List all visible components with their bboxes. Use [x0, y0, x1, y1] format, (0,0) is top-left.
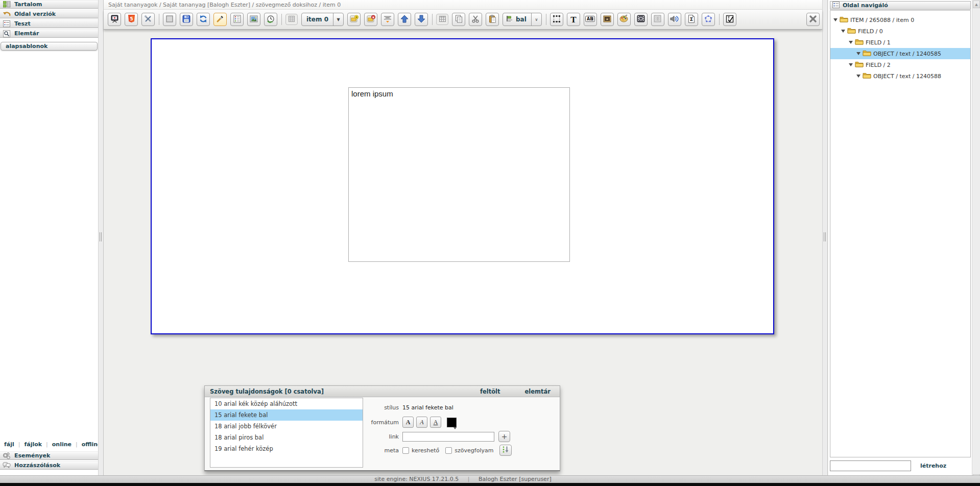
style-list-item-selected[interactable]: 15 arial fekete bal [210, 409, 363, 421]
expand-triangle-icon[interactable] [841, 30, 845, 33]
splitter-grip [100, 232, 103, 241]
insert-text-button[interactable]: T [567, 13, 580, 26]
refresh-icon [199, 15, 207, 25]
textflow-checkbox[interactable] [445, 447, 452, 454]
new-item-button[interactable]: ★ [347, 13, 361, 26]
status-separator: | [468, 476, 470, 482]
add-link-button[interactable]: + [498, 431, 510, 442]
navigator-tree: ITEM / 265088 / item 0 FIELD / 0 FIELD /… [830, 10, 971, 457]
style-palette-button[interactable] [617, 13, 631, 26]
link-fajlok[interactable]: fájlok [24, 441, 42, 448]
tree-node-object[interactable]: OBJECT / text / 1240588 [830, 70, 970, 82]
save-icon [182, 15, 190, 25]
editor-canvas[interactable]: lorem ipsum [151, 38, 774, 334]
library-link[interactable]: elemtár [525, 388, 551, 395]
sidebar-item-label: Oldal verziók [14, 11, 56, 17]
item-selector-dropdown[interactable]: item 0 ▼ [301, 13, 344, 26]
tree-node-item[interactable]: ITEM / 265088 / item 0 [830, 14, 970, 26]
text-tool-button-active[interactable] [213, 13, 227, 26]
insert-textfield-button[interactable]: AB [584, 13, 597, 26]
style-list-item[interactable]: 19 arial fehér közép [210, 443, 363, 454]
form-properties-button[interactable] [230, 13, 244, 26]
style-list-item[interactable]: 18 arial jobb félkövér [210, 421, 363, 432]
create-button[interactable]: létrehoz [920, 463, 946, 469]
sidebar-item-esemenyek[interactable]: Események [0, 451, 98, 460]
folder-icon [855, 61, 864, 69]
text-color-swatch[interactable] [447, 418, 457, 427]
move-down-button[interactable] [415, 13, 428, 26]
insert-framed-image-button[interactable] [601, 13, 614, 26]
expand-triangle-icon[interactable] [849, 41, 853, 44]
insert-video-button[interactable] [634, 13, 648, 26]
toolbar-separator [432, 14, 433, 25]
meta-label: meta [353, 447, 399, 454]
alapsablonok-button[interactable]: alapsablonok [1, 42, 98, 51]
insert-formula-button[interactable]: Σ [685, 13, 698, 26]
tree-node-field[interactable]: FIELD / 0 [830, 26, 970, 37]
preview-button[interactable] [108, 13, 121, 26]
tree-node-field[interactable]: FIELD / 2 [830, 59, 970, 70]
insert-filmstrip-button[interactable] [651, 13, 664, 26]
history-button[interactable] [264, 13, 277, 26]
tree-node-object-selected[interactable]: OBJECT / text / 1240585 [830, 48, 970, 59]
sidebar-item-oldal-verziok[interactable]: Oldal verziók [0, 10, 98, 18]
link-fajl[interactable]: fájl [4, 441, 14, 448]
upload-link[interactable]: feltölt [480, 388, 500, 395]
page-navigator-header[interactable]: Oldal navigáló [830, 1, 971, 10]
insert-image-button[interactable] [247, 13, 260, 26]
sidebar-item-elemtar[interactable]: Elemtár [0, 29, 98, 38]
selection-bounds-button[interactable] [550, 13, 563, 26]
expand-triangle-icon[interactable] [833, 18, 838, 21]
breadcrumb-bar: Saját tananyagok / Saját tananyag [Balog… [104, 0, 822, 10]
close-editor-button[interactable] [806, 13, 820, 26]
insert-audio-button[interactable] [668, 13, 681, 26]
format-label: formátum [353, 419, 399, 426]
style-list-item[interactable]: 18 arial piros bal [210, 432, 363, 443]
html-export-button[interactable]: 5 [125, 13, 138, 26]
move-up-button[interactable] [398, 13, 411, 26]
link-online[interactable]: online [52, 441, 71, 448]
right-scrollbar[interactable]: ▲ ▼ [972, 0, 980, 483]
scroll-up-button[interactable]: ▲ [973, 1, 980, 8]
sidebar-item-hozzaszolasok[interactable]: Hozzászólások [0, 461, 98, 470]
text-object[interactable]: lorem ipsum [348, 87, 570, 262]
insert-shape-button[interactable] [702, 13, 715, 26]
folder-delete-icon: x [367, 15, 375, 25]
tree-node-field[interactable]: FIELD / 1 [830, 37, 970, 48]
gears-icon [2, 452, 11, 459]
create-input[interactable] [830, 460, 911, 471]
align-selector-dropdown[interactable]: bal ∨ [503, 13, 542, 26]
expand-triangle-icon[interactable] [856, 75, 861, 78]
expand-triangle-icon[interactable] [856, 52, 861, 55]
sidebar-item-tartalom[interactable]: Tartalom [0, 0, 98, 9]
expand-triangle-icon[interactable] [849, 63, 853, 66]
folder-icon [855, 38, 864, 46]
italic-button[interactable]: A [416, 417, 427, 428]
validate-button[interactable] [723, 13, 736, 26]
searchable-checkbox[interactable] [402, 447, 409, 454]
table-view-button[interactable] [436, 14, 448, 25]
grid-toggle-button[interactable] [285, 14, 298, 25]
folder-icon [847, 27, 856, 35]
style-list-item[interactable]: 10 arial kék közép aláhúzott [210, 398, 363, 409]
table-grid-icon [439, 16, 446, 23]
paste-button[interactable] [486, 13, 499, 26]
blank-object-button[interactable] [163, 13, 176, 26]
history-clock-icon [267, 15, 275, 25]
right-splitter[interactable] [822, 0, 828, 475]
textflow-order-button[interactable] [499, 445, 512, 456]
cut-button[interactable] [469, 13, 482, 26]
copy-button[interactable] [452, 13, 465, 26]
splitter-grip [824, 232, 827, 241]
reorder-items-button[interactable] [381, 13, 394, 26]
paintbrush-icon [216, 15, 224, 25]
link-input[interactable] [402, 432, 494, 442]
sidebar-item-teszt[interactable]: Teszt [0, 19, 98, 28]
bold-button[interactable]: A [402, 417, 414, 428]
settings-tools-button[interactable] [141, 13, 155, 26]
left-splitter[interactable] [98, 0, 104, 475]
underline-button[interactable]: A [430, 417, 441, 428]
save-button[interactable] [180, 13, 193, 26]
refresh-button[interactable] [197, 13, 210, 26]
delete-item-button[interactable]: x [364, 13, 377, 26]
